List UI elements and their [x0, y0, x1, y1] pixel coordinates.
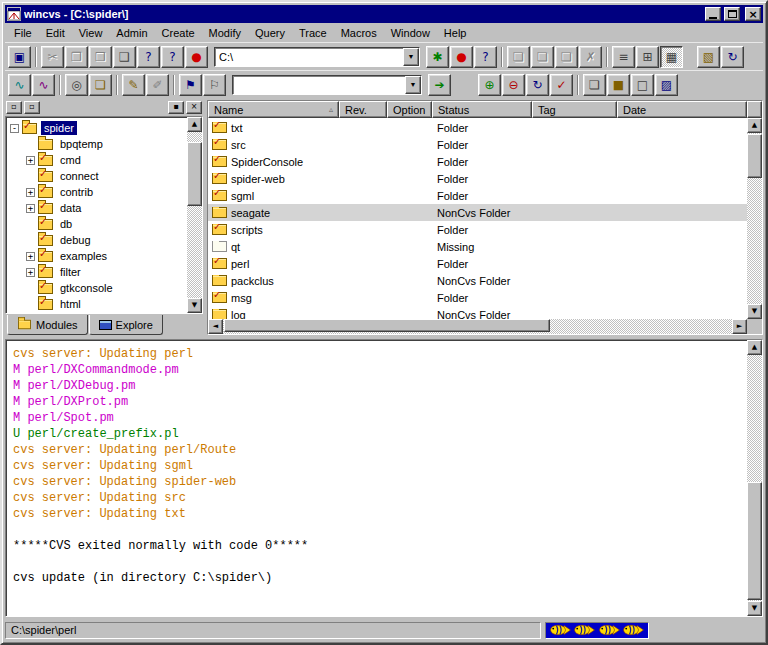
- untag-button[interactable]: ⚐: [203, 74, 226, 96]
- context-help-button[interactable]: ?: [161, 46, 184, 68]
- cut-button[interactable]: ✂: [41, 46, 64, 68]
- add-button[interactable]: ⊕: [478, 74, 501, 96]
- console-scrollbar[interactable]: ▲ ▼: [747, 340, 762, 616]
- scroll-thumb[interactable]: [187, 142, 202, 206]
- scroll-down-button[interactable]: ▼: [747, 601, 762, 616]
- icons-view-button[interactable]: ⊞: [636, 46, 659, 68]
- tree-item-filter[interactable]: +filter: [7, 264, 187, 280]
- list-scrollbar[interactable]: ▲ ▼: [747, 118, 762, 319]
- tree-item-spider[interactable]: -spider: [7, 120, 187, 136]
- column-status[interactable]: Status: [432, 101, 532, 118]
- file-row-txt[interactable]: txtFolder: [208, 119, 747, 136]
- menu-item-help[interactable]: Help: [437, 25, 474, 41]
- tree-expander-plus-icon[interactable]: +: [26, 156, 35, 165]
- list-hscrollbar[interactable]: ◄ ►: [208, 319, 747, 334]
- log-graph-button[interactable]: ∿: [32, 74, 55, 96]
- tree-expander-plus-icon[interactable]: +: [26, 204, 35, 213]
- menu-item-query[interactable]: Query: [248, 25, 292, 41]
- close-pane-button[interactable]: ×: [186, 101, 202, 114]
- delete-button[interactable]: ✗: [579, 46, 602, 68]
- scroll-up-button[interactable]: ▲: [187, 117, 202, 132]
- file-row-src[interactable]: srcFolder: [208, 136, 747, 153]
- path-combo-dropdown-button[interactable]: ▼: [403, 48, 419, 66]
- record-macro-button[interactable]: ●: [450, 46, 473, 68]
- commit-button[interactable]: ✓: [550, 74, 573, 96]
- file-row-sgml[interactable]: sgmlFolder: [208, 187, 747, 204]
- column-date[interactable]: Date: [617, 101, 747, 118]
- update-graph-button[interactable]: ∿: [8, 74, 31, 96]
- tag-button[interactable]: ⚑: [179, 74, 202, 96]
- file-row-log[interactable]: logNonCvs Folder: [208, 306, 747, 319]
- tree-item-contrib[interactable]: +contrib: [7, 184, 187, 200]
- tree-item-debug[interactable]: debug: [7, 232, 187, 248]
- help-button[interactable]: ?: [137, 46, 160, 68]
- tree-item-data[interactable]: +data: [7, 200, 187, 216]
- scroll-down-button[interactable]: ▼: [747, 304, 762, 319]
- maximize-button[interactable]: [724, 7, 740, 21]
- save-button[interactable]: ▣: [8, 46, 31, 68]
- menu-item-window[interactable]: Window: [384, 25, 437, 41]
- tab-modules[interactable]: Modules: [7, 315, 88, 335]
- tree-expander-plus-icon[interactable]: +: [26, 188, 35, 197]
- scroll-right-button[interactable]: ►: [732, 319, 747, 334]
- file-row-seagate[interactable]: seagateNonCvs Folder: [208, 204, 747, 221]
- file-list[interactable]: txtFoldersrcFolderSpiderConsoleFolderspi…: [208, 118, 747, 319]
- scroll-up-button[interactable]: ▲: [747, 340, 762, 355]
- stop-cvs-button[interactable]: ●: [185, 46, 208, 68]
- lock-button[interactable]: ■: [607, 74, 630, 96]
- scroll-down-button[interactable]: ▼: [187, 298, 202, 313]
- copy-button[interactable]: ❐: [65, 46, 88, 68]
- tree-item-db[interactable]: db: [7, 216, 187, 232]
- details-view-button[interactable]: ▦: [660, 46, 683, 68]
- tree-item-examples[interactable]: +examples: [7, 248, 187, 264]
- column-rev[interactable]: Rev.: [339, 101, 387, 118]
- tree-expander-plus-icon[interactable]: +: [26, 252, 35, 261]
- scroll-thumb[interactable]: [224, 319, 550, 332]
- tree-scrollbar[interactable]: ▲ ▼: [187, 117, 202, 313]
- folder-tree-body[interactable]: -spiderbpqtemp+cmdconnect+contrib+datadb…: [6, 117, 187, 313]
- log-button[interactable]: ❏: [89, 74, 112, 96]
- scroll-up-button[interactable]: ▲: [747, 118, 762, 133]
- export-button[interactable]: ❏: [555, 46, 578, 68]
- edit-button[interactable]: ✎: [122, 74, 145, 96]
- flat-view-button[interactable]: ≡: [612, 46, 635, 68]
- file-row-packclus[interactable]: packclusNonCvs Folder: [208, 272, 747, 289]
- menu-item-trace[interactable]: Trace: [292, 25, 334, 41]
- close-button[interactable]: ×: [745, 7, 761, 21]
- tree-item-html[interactable]: html: [7, 296, 187, 312]
- remove-button[interactable]: ⊖: [502, 74, 525, 96]
- status-button[interactable]: ❏: [583, 74, 606, 96]
- column-option[interactable]: Option: [387, 101, 432, 118]
- file-row-spider-web[interactable]: spider-webFolder: [208, 170, 747, 187]
- cvs-help-button[interactable]: ?: [474, 46, 497, 68]
- tree-item-cmd[interactable]: +cmd: [7, 152, 187, 168]
- paste-button[interactable]: ❒: [89, 46, 112, 68]
- file-row-SpiderConsole[interactable]: SpiderConsoleFolder: [208, 153, 747, 170]
- file-row-scripts[interactable]: scriptsFolder: [208, 221, 747, 238]
- tree-expander-plus-icon[interactable]: +: [26, 268, 35, 277]
- menu-item-create[interactable]: Create: [155, 25, 202, 41]
- file-row-perl[interactable]: perlFolder: [208, 255, 747, 272]
- checkout-button[interactable]: ❏: [507, 46, 530, 68]
- tab-explore[interactable]: Explore: [89, 315, 163, 335]
- unlock-button[interactable]: □: [631, 74, 654, 96]
- menu-item-view[interactable]: View: [72, 25, 110, 41]
- menu-item-admin[interactable]: Admin: [109, 25, 154, 41]
- scroll-track[interactable]: [223, 319, 732, 334]
- diff-button[interactable]: ◎: [65, 74, 88, 96]
- run-macro-button[interactable]: ✱: [426, 46, 449, 68]
- tree-item-connect[interactable]: connect: [7, 168, 187, 184]
- scroll-thumb[interactable]: [747, 482, 762, 600]
- print-button[interactable]: ❑: [113, 46, 136, 68]
- pin-pane-button[interactable]: ▪: [168, 101, 184, 114]
- file-row-qt[interactable]: qtMissing: [208, 238, 747, 255]
- path-combo[interactable]: C:\▼: [214, 47, 420, 67]
- explore-button[interactable]: ▨: [655, 74, 678, 96]
- file-row-msg[interactable]: msgFolder: [208, 289, 747, 306]
- filter-combo-dropdown-button[interactable]: ▼: [405, 76, 421, 94]
- tree-item-gtkconsole[interactable]: gtkconsole: [7, 280, 187, 296]
- titlebar[interactable]: wincvs - [C:\spider\] ×: [5, 5, 763, 23]
- update-button[interactable]: ↻: [526, 74, 549, 96]
- menu-item-edit[interactable]: Edit: [39, 25, 72, 41]
- refresh-view-button[interactable]: ↻: [721, 46, 744, 68]
